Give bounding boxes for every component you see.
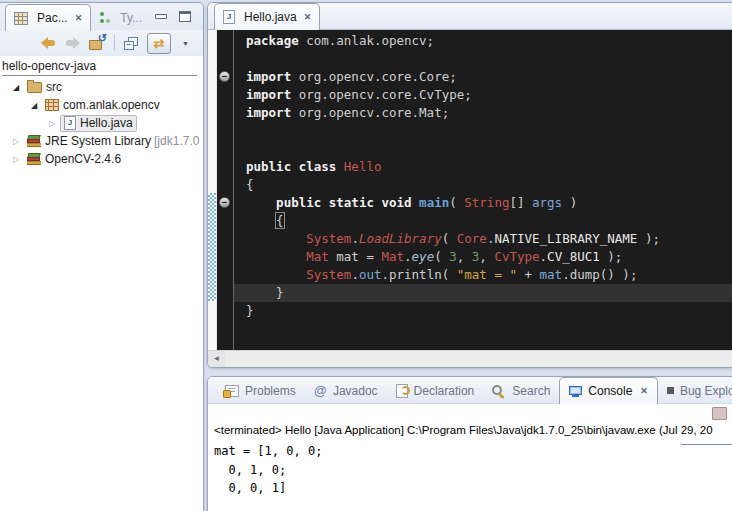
close-icon[interactable]: ✕ bbox=[640, 386, 648, 396]
close-icon[interactable]: ✕ bbox=[304, 12, 312, 22]
tree-item-label: src bbox=[46, 80, 62, 94]
tab-package-explorer[interactable]: Pac... ✕ bbox=[5, 4, 91, 31]
expander-icon[interactable]: ▷ bbox=[11, 137, 21, 146]
code-line[interactable]: import org.opencv.core.Core; bbox=[234, 68, 732, 86]
toolbar-separator bbox=[114, 35, 115, 51]
tree-item-project[interactable]: hello-opencv-java bbox=[2, 59, 197, 76]
code-line[interactable]: { bbox=[234, 176, 732, 194]
close-icon[interactable]: ✕ bbox=[75, 13, 83, 23]
console-icon bbox=[569, 386, 582, 397]
fold-collapse-icon[interactable]: − bbox=[219, 71, 230, 82]
fold-collapse-icon[interactable]: − bbox=[219, 197, 230, 208]
type-hierarchy-icon bbox=[99, 12, 111, 24]
annotation-ruler[interactable] bbox=[208, 30, 217, 351]
refresh-arrow-icon: ↺ bbox=[98, 32, 107, 45]
tab-label: Problems bbox=[245, 384, 296, 398]
code-line[interactable]: import org.opencv.core.CvType; bbox=[234, 86, 732, 104]
link-with-editor-button[interactable]: ⇄ bbox=[147, 33, 171, 54]
tab-declaration[interactable]: Declaration bbox=[387, 378, 484, 403]
code-line[interactable]: System.out.println( "mat = " + mat.dump(… bbox=[234, 266, 732, 284]
code-line[interactable]: public class Hello bbox=[234, 158, 732, 176]
code-line[interactable] bbox=[234, 140, 732, 158]
tab-label: Bug Explorer bbox=[680, 384, 732, 398]
tab-search[interactable]: Search bbox=[483, 378, 559, 403]
folder-icon bbox=[27, 82, 42, 93]
code-line[interactable]: package com.anlak.opencv; bbox=[234, 32, 732, 50]
expander-icon[interactable]: ▷ bbox=[47, 119, 57, 128]
tree-item-com-anlak-opencv[interactable]: ◢com.anlak.opencv bbox=[0, 96, 203, 114]
tab-label: Declaration bbox=[414, 384, 475, 398]
code-line[interactable]: public static void main( String[] args ) bbox=[234, 194, 732, 212]
expander-icon[interactable]: ▷ bbox=[11, 155, 21, 164]
tree-item-hello-java[interactable]: ▷JHello.java bbox=[0, 114, 203, 132]
problems-icon bbox=[225, 385, 239, 397]
editor-tabbar: J Hello.java ✕ bbox=[208, 3, 732, 30]
tab-javadoc[interactable]: @Javadoc bbox=[305, 378, 387, 403]
tab-label: Ty... bbox=[120, 11, 142, 25]
bug-square-icon bbox=[667, 387, 674, 394]
console-toolbar-button[interactable] bbox=[712, 407, 727, 420]
code-line[interactable]: { bbox=[234, 212, 732, 230]
code-line[interactable]: Mat mat = Mat.eye( 3, 3, CvType.CV_8UC1 … bbox=[234, 248, 732, 266]
back-button[interactable] bbox=[41, 37, 56, 49]
bottom-tabbar: Problems@JavadocDeclarationSearchConsole… bbox=[208, 377, 732, 404]
fold-bar[interactable]: −− bbox=[217, 30, 234, 351]
editor-panel: J Hello.java ✕ −− package com.anlak.open… bbox=[207, 2, 732, 368]
minimize-button[interactable] bbox=[155, 14, 167, 19]
code-line[interactable] bbox=[234, 50, 732, 68]
console-header: <terminated> Hello [Java Application] C:… bbox=[208, 422, 732, 440]
forward-button[interactable] bbox=[65, 37, 80, 49]
tab-label: Javadoc bbox=[333, 384, 378, 398]
tab-label: Console bbox=[588, 384, 632, 398]
scroll-left-button[interactable]: ◄ bbox=[208, 351, 225, 367]
tree-item-jre-system-library[interactable]: ▷JRE System Library[jdk1.7.0 bbox=[0, 132, 203, 150]
tree-item-src[interactable]: ◢src bbox=[0, 78, 203, 96]
tab-label: Pac... bbox=[37, 11, 68, 25]
tree-item-opencv-2-4-6[interactable]: ▷OpenCV-2.4.6 bbox=[0, 150, 203, 168]
tree-item-label: Hello.java bbox=[80, 116, 133, 130]
method-range-indicator bbox=[208, 193, 216, 301]
code-line[interactable]: System.LoadLibrary( Core.NATIVE_LIBRARY_… bbox=[234, 230, 732, 248]
tab-console[interactable]: Console✕ bbox=[559, 377, 658, 404]
console-output-line: 0, 0, 1] bbox=[214, 479, 732, 498]
library-icon bbox=[27, 135, 41, 147]
console-panel: Problems@JavadocDeclarationSearchConsole… bbox=[207, 376, 732, 511]
tab-label: Hello.java bbox=[244, 10, 297, 24]
tab-bug-explorer[interactable]: Bug Explorer bbox=[658, 378, 732, 403]
tab-label: Search bbox=[512, 384, 550, 398]
left-panel-tabbar: Pac... ✕ Ty... bbox=[0, 3, 203, 30]
console-output-line: 0, 1, 0; bbox=[214, 461, 732, 480]
console-divider bbox=[681, 444, 732, 445]
horizontal-scrollbar[interactable]: ◄ bbox=[208, 350, 732, 367]
tree-item-label: JRE System Library bbox=[45, 134, 151, 148]
package-explorer-tree: hello-opencv-java ◢src◢com.anlak.opencv▷… bbox=[0, 56, 203, 168]
code-line[interactable] bbox=[234, 122, 732, 140]
package-explorer-toolbar: ↺ − ⇄ ▼ bbox=[0, 30, 203, 56]
code-line[interactable]: import org.opencv.core.Mat; bbox=[234, 104, 732, 122]
view-menu-icon[interactable]: ▼ bbox=[182, 40, 189, 47]
javadoc-icon: @ bbox=[314, 385, 327, 397]
tab-problems[interactable]: Problems bbox=[216, 378, 305, 403]
search-icon bbox=[492, 384, 506, 397]
expander-icon[interactable]: ◢ bbox=[11, 83, 21, 92]
package-icon bbox=[45, 99, 59, 111]
view-window-buttons bbox=[155, 3, 191, 30]
collapse-all-button[interactable]: − bbox=[124, 37, 138, 50]
tree-item-detail: [jdk1.7.0 bbox=[154, 134, 199, 148]
java-file-icon: J bbox=[223, 10, 235, 24]
declaration-icon bbox=[396, 384, 408, 398]
console-output[interactable]: mat = [1, 0, 0; 0, 1, 0; 0, 0, 1] bbox=[208, 440, 732, 498]
navigate-up-button[interactable]: ↺ bbox=[89, 37, 105, 50]
maximize-button[interactable] bbox=[179, 11, 191, 22]
code-line[interactable]: } bbox=[234, 302, 732, 320]
expander-icon[interactable]: ◢ bbox=[29, 101, 39, 110]
package-tree: ◢src◢com.anlak.opencv▷JHello.java▷JRE Sy… bbox=[0, 78, 203, 168]
package-explorer-icon bbox=[14, 12, 28, 25]
tab-type-hierarchy[interactable]: Ty... bbox=[91, 5, 150, 30]
tab-hello-java[interactable]: J Hello.java ✕ bbox=[214, 3, 320, 30]
package-explorer-panel: Pac... ✕ Ty... ↺ − ⇄ ▼ hello-opencv-java… bbox=[0, 2, 204, 511]
java-file-icon: J bbox=[64, 116, 76, 130]
code-line[interactable]: } bbox=[234, 284, 732, 302]
library-icon bbox=[27, 153, 41, 165]
code-area[interactable]: package com.anlak.opencv;import org.open… bbox=[234, 30, 732, 351]
